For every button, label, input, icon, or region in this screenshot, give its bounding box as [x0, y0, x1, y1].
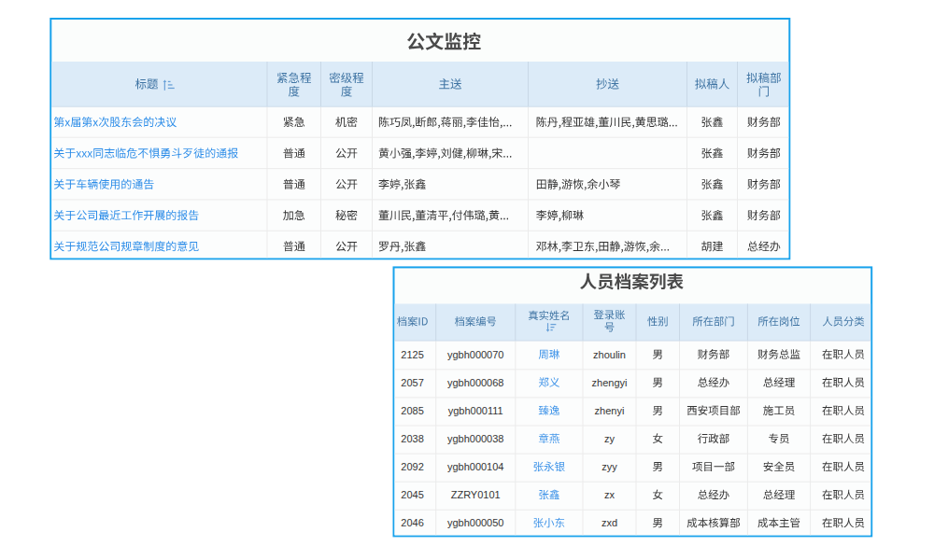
svg-text:ZZRY0101: ZZRY0101	[451, 489, 501, 500]
svg-text:zx: zx	[604, 489, 616, 500]
svg-text:zy: zy	[604, 433, 616, 444]
svg-text:ygbh000038: ygbh000038	[447, 433, 504, 444]
svg-text:2046: 2046	[401, 517, 423, 528]
svg-text:2125: 2125	[401, 349, 423, 360]
svg-text:2057: 2057	[401, 377, 423, 388]
svg-text:2045: 2045	[401, 489, 423, 500]
svg-text:ygbh000050: ygbh000050	[447, 517, 504, 528]
svg-text:ygbh000111: ygbh000111	[448, 405, 503, 416]
svg-text:zxd: zxd	[601, 517, 617, 528]
svg-text:zhoulin: zhoulin	[593, 349, 626, 360]
svg-text:zyy: zyy	[601, 461, 617, 472]
svg-text:ygbh000104: ygbh000104	[447, 461, 504, 472]
svg-text:zhenyi: zhenyi	[595, 405, 625, 416]
svg-text:2085: 2085	[401, 405, 423, 416]
svg-text:2038: 2038	[401, 433, 423, 444]
svg-text:zhengyi: zhengyi	[592, 377, 628, 388]
svg-text:ygbh000070: ygbh000070	[447, 349, 504, 360]
svg-text:ygbh000068: ygbh000068	[447, 377, 504, 388]
svg-text:2092: 2092	[401, 461, 423, 472]
